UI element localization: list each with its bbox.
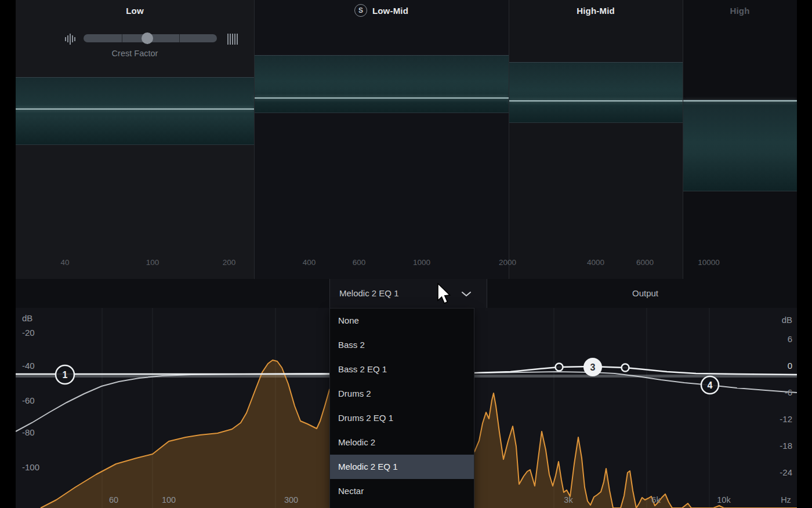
preset-menu: NoneBass 2Bass 2 EQ 1Drums 2Drums 2 EQ 1… [329,308,474,508]
plugin-window: Low Crest Factor S Low-Mid High-M [0,0,812,508]
eq-left-axis-unit: dB [22,313,32,323]
eq-right-axis-tick: -18 [780,441,792,451]
menu-item-nectar[interactable]: Nectar [330,479,474,503]
eq-right-axis-tick: 0 [788,361,792,371]
eq-left-axis-tick: -100 [22,462,39,472]
eq-bottom-axis-tick: Hz [781,495,791,505]
menu-item-none[interactable]: None [330,309,474,333]
menu-item-drums-2[interactable]: Drums 2 [330,382,474,406]
eq-bottom-axis-tick: 10k [717,495,730,505]
eq-right-axis-tick: -24 [780,467,792,477]
eq-left-axis-tick: -40 [22,361,35,371]
menu-item-drums-2-eq-1[interactable]: Drums 2 EQ 1 [330,406,474,430]
left-letterbox [0,0,16,508]
eq-bottom-axis-tick: 6k [651,495,660,505]
eq-bottom-axis-tick: 60 [109,495,118,505]
eq-left-axis-tick: -20 [22,328,35,338]
menu-item-melodic-2[interactable]: Melodic 2 [330,430,474,455]
eq-right-axis-tick: -12 [780,414,792,424]
eq-right-axis-unit: dB [782,315,792,325]
eq-right-axis-tick: -6 [785,387,792,397]
eq-bottom-axis-tick: 300 [284,495,298,505]
menu-item-bass-2-eq-1[interactable]: Bass 2 EQ 1 [330,357,474,382]
menu-item-melodic-2-eq-1[interactable]: Melodic 2 EQ 1 [330,455,474,479]
eq-bottom-axis-tick: 100 [162,495,176,505]
right-letterbox [797,0,812,508]
menu-item-bass-2[interactable]: Bass 2 [330,333,474,357]
eq-left-axis-tick: -60 [22,395,35,405]
eq-right-axis-tick: 6 [788,334,792,344]
eq-left-axis-tick: -80 [22,427,35,437]
eq-bottom-axis-tick: 3k [564,495,572,505]
